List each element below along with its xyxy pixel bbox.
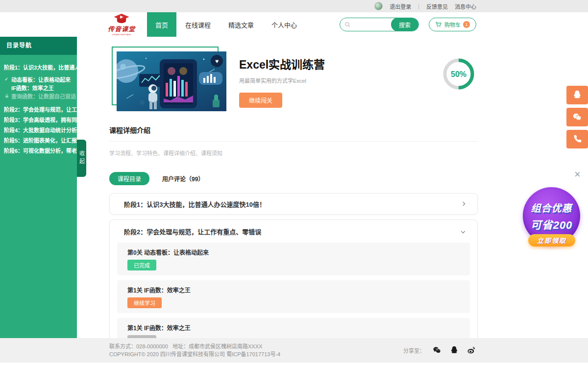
phone-icon: [572, 134, 583, 145]
sidebar-stage-label: 阶段6：可视化数据分析，帮老板...: [4, 146, 87, 154]
sidebar-stage-6[interactable]: 阶段6：可视化数据分析，帮老板...: [0, 145, 77, 155]
weibo-share-icon[interactable]: [466, 345, 476, 355]
sidebar-stage-4[interactable]: 阶段4：大批数据自动统计分析，...: [0, 124, 77, 135]
nav-item-profile[interactable]: 个人中心: [263, 12, 306, 37]
sidebar-collapse-tab[interactable]: 收起: [77, 140, 86, 177]
sidebar-title: 目录导航: [0, 37, 77, 55]
topbar: 退出登录 | 反馈意见 消息中心: [0, 0, 588, 12]
sidebar-stage-1[interactable]: 阶段1：认识3大技能，比普通人...: [0, 62, 77, 72]
catalog-sidebar: 目录导航 阶段1：认识3大技能，比普通人... ✓ 动态看板：让表格动起来 IF…: [0, 37, 77, 338]
sidebar-lesson-dynamic-board[interactable]: ✓ 动态看板：让表格动起来: [0, 75, 77, 83]
course-header: ♥ Excel实战训练营 用最简单实用的方式学Excel 继续闯关 50%: [109, 47, 478, 125]
lesson-title: 第0关 动态看板：让表格动起来: [127, 248, 460, 256]
lesson-row-1[interactable]: 第1关 IF函数：效率之王 继续学习: [117, 280, 470, 313]
search-icon: [344, 22, 351, 28]
progress-label: 50%: [451, 70, 466, 78]
floating-contact-column: [566, 86, 588, 148]
phone-contact-button[interactable]: [566, 130, 588, 148]
sidebar-lesson-label: 动态看板：让表格动起来: [11, 75, 71, 83]
favorite-heart-icon[interactable]: ♥: [211, 55, 223, 67]
messages-link[interactable]: 消息中心: [455, 2, 476, 10]
brand-caption: CHUANYINKETANG: [112, 33, 131, 36]
footer-address: 地址：成都市武侯区槐树店南路XXXX: [172, 343, 262, 349]
sidebar-stage-label: 阶段5：进阶图表美化，让汇报一...: [4, 136, 87, 144]
cart-count-badge: 1: [463, 21, 470, 28]
sidebar-stage-1-label: 阶段1：认识3大技能，比普通人...: [4, 63, 84, 71]
sidebar-lesson-lookup-function[interactable]: 查询函数：让数据自己说话: [0, 92, 77, 100]
footer: 联系方式：028-0000000 地址：成都市武侯区槐树店南路XXXX COPY…: [0, 338, 588, 363]
qq-share-icon[interactable]: [449, 345, 459, 355]
lesson-title: 第1关 IF函数：效率之王: [127, 286, 460, 294]
promo-line-2: 可省200: [531, 216, 573, 232]
stage-panel-1[interactable]: 阶段1：认识3大技能，比普通人办公速度快10倍！: [109, 193, 478, 215]
search-box: 搜索: [340, 18, 419, 31]
sidebar-stage-5[interactable]: 阶段5：进阶图表美化，让汇报一...: [0, 135, 77, 145]
sidebar-stage-label: 阶段3：学会高级透视，拥有同时...: [4, 116, 87, 123]
course-subtitle: 用最简单实用的方式学Excel: [239, 76, 325, 84]
logout-link[interactable]: 退出登录: [390, 2, 411, 10]
sidebar-stage-3[interactable]: 阶段3：学会高级透视，拥有同时...: [0, 114, 77, 124]
stage-panel-1-title: 阶段1：认识3大技能，比普通人办公速度快10倍！: [124, 199, 266, 209]
nav-item-courses[interactable]: 在线课程: [176, 12, 220, 37]
sidebar-stage-2[interactable]: 阶段2：学会处理与规范，让工作...: [0, 104, 77, 114]
progress-ring: 50%: [442, 58, 475, 92]
sidebar-lesson-label: 查询函数：让数据自己说话: [11, 92, 76, 100]
sidebar-stage-label: 阶段4：大批数据自动统计分析，...: [4, 126, 87, 134]
lesson-row-0[interactable]: 第0关 动态看板：让表格动起来 已完成: [117, 243, 470, 275]
course-title: Excel实战训练营: [239, 55, 325, 72]
cart-label: 购物车: [444, 21, 461, 28]
detail-description: 学习流程、学习特色、课程详细介绍、课程须知: [109, 149, 478, 157]
graduation-cap-icon: [113, 13, 130, 24]
wechat-icon: [572, 112, 583, 122]
tab-course-catalog[interactable]: 课程目录: [109, 172, 149, 185]
qq-icon: [572, 90, 583, 100]
lesson-status-badge-done[interactable]: 已完成: [127, 260, 156, 270]
promo-close-icon[interactable]: ×: [574, 169, 581, 180]
cart-button[interactable]: 购物车 1: [429, 18, 476, 31]
main-nav: 首页 在线课程 精选文章 个人中心: [147, 12, 306, 37]
tab-user-comments[interactable]: 用户评论（99）: [162, 174, 204, 183]
sidebar-lesson-if-function[interactable]: IF函数：效率之王: [0, 83, 77, 92]
course-banner[interactable]: ♥: [117, 51, 226, 111]
stage-panel-2-title: 阶段2：学会处理与规范，让工作有重点、零错误: [124, 227, 261, 236]
brand-logo[interactable]: 传音课堂 CHUANYINKETANG: [108, 13, 135, 36]
check-icon: ✓: [4, 76, 10, 82]
footer-contact-line: 联系方式：028-0000000 地址：成都市武侯区槐树店南路XXXX: [109, 342, 280, 350]
lesson-title: 第1关 IF函数：效率之王: [127, 323, 460, 332]
footer-share-label: 分享至：: [403, 346, 425, 354]
main-content: ♥ Excel实战训练营 用最简单实用的方式学Excel 继续闯关 50% 课程…: [109, 37, 478, 359]
footer-contact: 联系方式：028-0000000: [109, 343, 168, 349]
sidebar-stage-label: 阶段2：学会处理与规范，让工作...: [4, 105, 87, 113]
content-tabs: 课程目录 用户评论（99）: [109, 172, 478, 185]
feedback-link[interactable]: 反馈意见: [426, 2, 448, 10]
lesson-status-badge-continue[interactable]: 继续学习: [127, 297, 162, 308]
footer-copyright: COPYRIGHT© 2020 四川传音课堂科技有限公司 蜀ICP备170177…: [109, 350, 280, 358]
nav-item-articles[interactable]: 精选文章: [220, 12, 263, 37]
course-info: Excel实战训练营 用最简单实用的方式学Excel 继续闯关: [239, 55, 325, 108]
sidebar-lesson-label: IF函数：效率之王: [11, 84, 54, 92]
navbar: 传音课堂 CHUANYINKETANG 首页 在线课程 精选文章 个人中心 搜索…: [0, 12, 588, 37]
detail-section-heading: 课程详细介绍: [109, 125, 478, 142]
topbar-divider: |: [418, 3, 419, 9]
lesson-list: 第0关 动态看板：让表格动起来 已完成 第1关 IF函数：效率之王 继续学习 第…: [110, 243, 477, 351]
continue-button[interactable]: 继续闯关: [239, 93, 282, 108]
chevron-right-icon: [461, 202, 465, 206]
stage-panel-2-header[interactable]: 阶段2：学会处理与规范，让工作有重点、零错误: [110, 220, 477, 243]
wechat-share-icon[interactable]: [432, 345, 442, 355]
search-button[interactable]: 搜索: [391, 18, 418, 31]
nav-item-home[interactable]: 首页: [147, 12, 176, 37]
cart-icon: [435, 21, 442, 28]
lock-icon: [4, 94, 10, 98]
chevron-down-icon: [461, 229, 465, 233]
promo-line-1: 组合优惠: [531, 200, 572, 215]
promo-claim-button[interactable]: 立即领取: [528, 234, 575, 246]
brand-name: 传音课堂: [108, 24, 135, 33]
qq-contact-button[interactable]: [566, 86, 588, 104]
user-avatar[interactable]: [374, 2, 383, 10]
wechat-contact-button[interactable]: [566, 108, 588, 126]
course-banner-illustration: [117, 51, 226, 111]
